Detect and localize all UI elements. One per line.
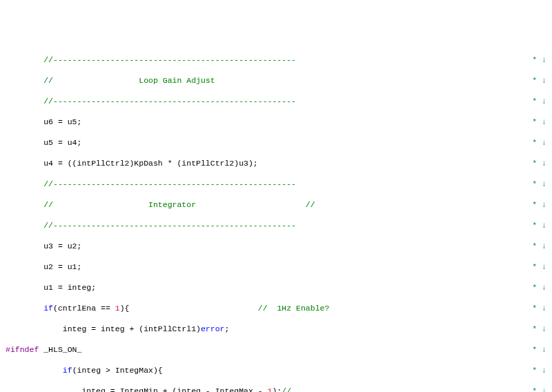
code-block: //--------------------------------------… [6,44,546,392]
keyword-if: if [63,366,72,375]
comment-slashes: // [282,386,291,392]
eol-marker: * ↓ [532,304,546,313]
code-line: u2 = u1; [6,262,81,272]
eol-marker: * ↓ [532,159,546,168]
comment-tail: // [306,200,315,209]
cond-text: (integ > IntegMax){ [72,366,163,375]
macro-name: _HLS_ON_ [39,345,81,354]
code-text: integ = IntegMin + (integ - IntegMax - [6,386,268,392]
eol-marker: * ↓ [532,55,546,64]
code-line: u5 = u4; [6,137,81,148]
eol-marker: * ↓ [532,324,546,333]
code-line: u1 = integ; [6,282,96,293]
code-text: integ = integ + (intPllCtrl1) [6,324,201,333]
eol-marker: * ↓ [532,200,546,209]
eol-marker: * ↓ [532,366,546,375]
section-title-loop-gain: // Loop Gain Adjust [6,76,215,85]
code-line: u6 = u5; [6,117,81,127]
eol-marker: * ↓ [532,221,546,230]
eol-marker: * ↓ [532,345,546,354]
comment-1hz-enable: // 1Hz Enable? [258,304,330,313]
eol-marker: * ↓ [532,283,546,292]
code-text: ; [224,324,229,333]
code-line: u4 = ((intPllCtrl2)KpDash * (intPllCtrl2… [6,158,258,168]
eol-marker: * ↓ [532,76,546,85]
eol-marker: * ↓ [532,386,546,392]
indent [6,304,43,313]
code-line: u3 = u2; [6,241,81,251]
preproc-ifndef: #ifndef [6,345,39,354]
eol-marker: * ↓ [532,179,546,188]
section-title-integrator: // Integrator [6,200,196,209]
literal-one: 1 [115,304,120,313]
comment-rule: //--------------------------------------… [6,179,296,188]
cond-text: (cntrlEna == [53,304,115,313]
eol-marker: * ↓ [532,242,546,251]
cond-text: ){ [120,304,130,313]
eol-marker: * ↓ [532,262,546,271]
code-text: ); [272,386,282,392]
eol-marker: * ↓ [532,97,546,106]
keyword-if: if [43,304,53,313]
comment-rule: //--------------------------------------… [6,221,296,230]
indent [6,366,63,375]
identifier-error: error [201,324,225,333]
eol-marker: * ↓ [532,138,546,147]
comment-rule: //--------------------------------------… [6,97,296,106]
comment-rule: //--------------------------------------… [6,55,296,64]
eol-marker: * ↓ [532,117,546,126]
